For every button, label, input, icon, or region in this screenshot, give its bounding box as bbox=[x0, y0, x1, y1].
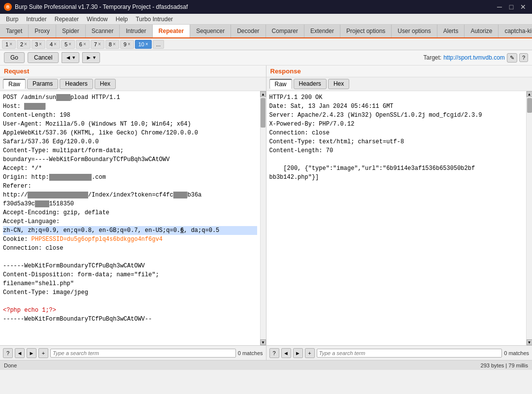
close-tab-5[interactable]: × bbox=[68, 41, 71, 47]
close-tab-3[interactable]: × bbox=[39, 41, 42, 47]
resp-line-10: bb3b142.php"}] bbox=[269, 173, 524, 182]
response-panel: Response Raw Headers Hex HTTP/1.1 200 OK… bbox=[266, 66, 532, 345]
close-tab-9[interactable]: × bbox=[128, 41, 131, 47]
close-tab-4[interactable]: × bbox=[54, 41, 57, 47]
tab-sequencer[interactable]: Sequencer bbox=[190, 25, 231, 37]
back-arrows: ◄ ▼ bbox=[62, 52, 79, 63]
close-tab-6[interactable]: × bbox=[83, 41, 86, 47]
req-tab-6[interactable]: 6 × bbox=[76, 40, 90, 49]
close-tab-7[interactable]: × bbox=[98, 41, 101, 47]
tab-proxy[interactable]: Proxy bbox=[29, 25, 56, 37]
tab-project-options[interactable]: Project options bbox=[340, 25, 392, 37]
req-tab-2[interactable]: 2 × bbox=[17, 40, 31, 49]
left-next-button[interactable]: ► bbox=[27, 348, 36, 358]
req-line-3: Content-Length: 198 bbox=[3, 111, 257, 120]
resp-scroll-down-arrow[interactable]: ▼ bbox=[527, 339, 532, 345]
forward-button[interactable]: ► ▼ bbox=[82, 52, 100, 63]
right-prev-button[interactable]: ◄ bbox=[281, 348, 291, 358]
menu-help[interactable]: Help bbox=[112, 15, 132, 24]
tab-comparer[interactable]: Comparer bbox=[266, 25, 304, 37]
response-scrollbar[interactable]: ▲ ▼ bbox=[526, 91, 532, 345]
request-scrollbar[interactable]: ▲ ▼ bbox=[260, 91, 266, 345]
req-line-13: f30d5a39c████1518350 bbox=[3, 199, 257, 208]
left-prev-button[interactable]: ◄ bbox=[15, 348, 25, 358]
status-text: Done bbox=[4, 362, 17, 368]
maximize-button[interactable]: □ bbox=[506, 2, 516, 12]
request-panel: Request Raw Params Headers Hex POST /adm… bbox=[0, 66, 266, 345]
app-title: Burp Suite Professional v1.7.30 - Tempor… bbox=[15, 3, 188, 10]
req-tab-3[interactable]: 3 × bbox=[32, 40, 45, 49]
menu-repeater[interactable]: Repeater bbox=[51, 15, 83, 24]
minimize-button[interactable]: ─ bbox=[495, 2, 504, 12]
go-button[interactable]: Go bbox=[4, 52, 25, 63]
close-tab-8[interactable]: × bbox=[113, 41, 116, 47]
req-tab-9[interactable]: 9 × bbox=[120, 40, 134, 49]
tab-extender[interactable]: Extender bbox=[304, 25, 340, 37]
menu-intruder[interactable]: Intruder bbox=[22, 15, 50, 24]
scroll-thumb[interactable] bbox=[261, 98, 266, 128]
tab-captcha-killer[interactable]: captcha-killer-modified bbox=[499, 25, 532, 37]
tab-autorize[interactable]: Autorize bbox=[465, 25, 499, 37]
right-options-button[interactable]: + bbox=[305, 348, 315, 358]
back-button[interactable]: ◄ ▼ bbox=[62, 52, 79, 63]
request-tab-raw[interactable]: Raw bbox=[3, 79, 26, 89]
scroll-down-arrow[interactable]: ▼ bbox=[260, 339, 266, 345]
req-tab-7[interactable]: 7 × bbox=[91, 40, 104, 49]
tab-scanner[interactable]: Scanner bbox=[86, 25, 120, 37]
req-tab-10[interactable]: 10 × bbox=[135, 40, 152, 49]
toolbar: Go Cancel ◄ ▼ ► ▼ Target: http://sport.t… bbox=[0, 50, 532, 66]
response-tab-raw[interactable]: Raw bbox=[269, 79, 292, 89]
target-label: Target: bbox=[423, 54, 441, 61]
tab-intruder[interactable]: Intruder bbox=[120, 25, 152, 37]
req-line-2: Host: ██████ bbox=[3, 102, 257, 111]
tab-spider[interactable]: Spider bbox=[56, 25, 86, 37]
req-line-17: Cookie: PHPSESSID=du5g6opfplq4s6bdkggo4n… bbox=[3, 235, 257, 244]
request-tab-params[interactable]: Params bbox=[27, 79, 58, 89]
req-line-11: Referer: bbox=[3, 182, 257, 191]
menu-turbo-intruder[interactable]: Turbo Intruder bbox=[132, 15, 177, 24]
right-next-button[interactable]: ► bbox=[293, 348, 303, 358]
edit-target-button[interactable]: ✎ bbox=[507, 53, 517, 63]
request-tab-hex[interactable]: Hex bbox=[95, 79, 116, 89]
menu-burp[interactable]: Burp bbox=[2, 15, 22, 24]
req-tab-more[interactable]: ... bbox=[153, 40, 164, 49]
tab-alerts[interactable]: Alerts bbox=[437, 25, 465, 37]
left-help-button[interactable]: ? bbox=[3, 348, 13, 358]
response-tab-headers[interactable]: Headers bbox=[294, 79, 327, 89]
menu-window[interactable]: Window bbox=[83, 15, 112, 24]
req-tab-4[interactable]: 4 × bbox=[46, 40, 60, 49]
close-tab-2[interactable]: × bbox=[24, 41, 27, 47]
resp-line-1: HTTP/1.1 200 OK bbox=[269, 93, 524, 102]
tab-target[interactable]: Target bbox=[0, 25, 29, 37]
request-tabs-row: 1 × 2 × 3 × 4 × 5 × 6 × 7 × 8 × 9 × 10 ×… bbox=[0, 38, 532, 50]
help-button[interactable]: ? bbox=[519, 53, 528, 62]
resp-scroll-thumb[interactable] bbox=[527, 98, 532, 113]
resp-scroll-up-arrow[interactable]: ▲ bbox=[527, 91, 532, 97]
close-button[interactable]: ✕ bbox=[518, 2, 528, 12]
left-matches-count: 0 matches bbox=[238, 350, 263, 356]
req-line-7: Content-Type: multipart/form-data; bbox=[3, 146, 257, 155]
cancel-button[interactable]: Cancel bbox=[28, 52, 59, 63]
resp-line-7: Content-Length: 70 bbox=[269, 146, 524, 155]
window-controls: ─ □ ✕ bbox=[495, 2, 528, 12]
tab-repeater[interactable]: Repeater bbox=[153, 25, 190, 37]
req-tab-1[interactable]: 1 × bbox=[2, 40, 16, 49]
target-url[interactable]: http://sport.tvmvdb.com bbox=[443, 54, 505, 61]
tab-user-options[interactable]: User options bbox=[392, 25, 437, 37]
request-tab-headers[interactable]: Headers bbox=[60, 79, 93, 89]
req-line-26: ------WebKitFormBoundaryTCfPuBqh3wCAtOWV… bbox=[3, 315, 257, 324]
right-search-input[interactable] bbox=[317, 349, 502, 358]
req-line-10: Origin: http:████████████.com bbox=[3, 173, 257, 182]
close-tab-1[interactable]: × bbox=[9, 41, 12, 47]
tab-decoder[interactable]: Decoder bbox=[231, 25, 266, 37]
response-tab-hex[interactable]: Hex bbox=[328, 79, 349, 89]
left-options-button[interactable]: + bbox=[38, 348, 48, 358]
scroll-up-arrow[interactable]: ▲ bbox=[260, 91, 266, 97]
right-help-button[interactable]: ? bbox=[269, 348, 279, 358]
req-tab-5[interactable]: 5 × bbox=[61, 40, 75, 49]
req-line-12: http://█████████████████/Index/index?tok… bbox=[3, 191, 257, 199]
left-search-panel: ? ◄ ► + 0 matches bbox=[0, 346, 266, 360]
req-tab-8[interactable]: 8 × bbox=[105, 40, 119, 49]
close-tab-10[interactable]: × bbox=[145, 41, 148, 47]
left-search-input[interactable] bbox=[50, 349, 236, 358]
